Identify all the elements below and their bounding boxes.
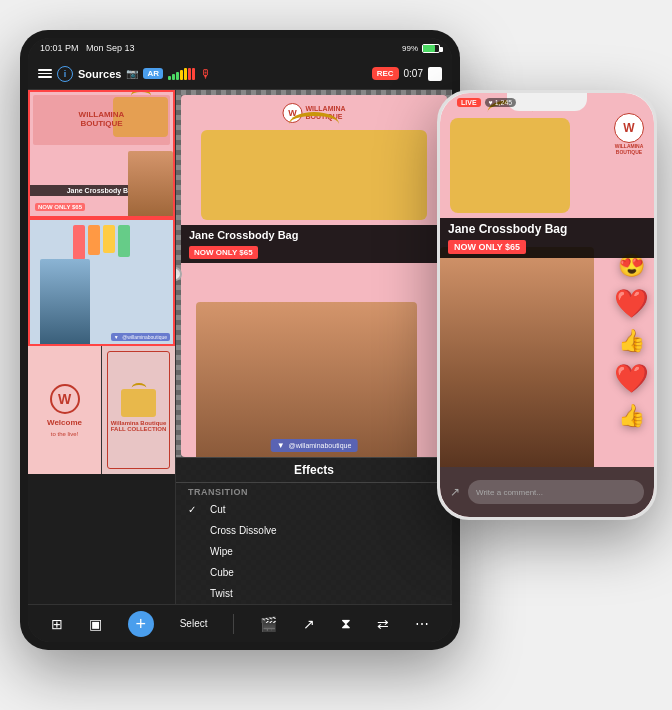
battery-icon (422, 44, 440, 53)
phone-price-badge: NOW ONLY $65 (448, 240, 526, 254)
tablet: 10:01 PM Mon Sep 13 99% i (20, 30, 460, 650)
reactions: 😍 ❤️ 👍 ❤️ 👍 (614, 253, 649, 429)
thumbnail-4[interactable]: Willamina Boutique FALL COLLECTION (102, 346, 175, 474)
thumbnail-sidebar: WILLAMINABOUTIQUE Jane Crossbody Bag NOW… (28, 90, 176, 604)
live-preview: W WILLAMINABOUTIQUE Jane Crossbody Bag N… (181, 95, 447, 457)
preview-product-title: Jane Crossbody Bag (189, 229, 439, 241)
thumbnail-3[interactable]: W Welcome to the live! (28, 346, 102, 474)
effects-item-cut[interactable]: ✓ Cut (176, 499, 452, 520)
phone-comment-placeholder: Write a comment... (476, 488, 543, 497)
timer-icon[interactable]: ⧗ (341, 615, 351, 632)
phone-logo-text: WILLAMINABOUTIQUE (615, 144, 644, 155)
select-label[interactable]: Select (180, 618, 208, 629)
effects-item-twist[interactable]: Twist (176, 583, 452, 604)
phone-status: LIVE ♥ 1,245 (452, 95, 642, 107)
thumb4-text: Willamina Boutique FALL COLLECTION (111, 420, 167, 432)
phone: LIVE ♥ 1,245 W WILLAMINABOUTIQUE Jane Cr… (437, 90, 657, 520)
top-bar-left: i Sources 📷 AR 🎙 (38, 66, 212, 82)
preview-person (196, 302, 417, 457)
effects-item-cross-dissolve[interactable]: Cross Dissolve (176, 520, 452, 541)
stop-button[interactable] (428, 67, 442, 81)
add-button[interactable]: + (128, 611, 154, 637)
thumb2-watermark: ▼ @willaminaboutique (111, 333, 170, 341)
rec-badge: REC (372, 67, 399, 80)
ar-badge: AR (143, 68, 163, 79)
divider (233, 614, 234, 634)
swap-icon[interactable]: ⇄ (377, 616, 389, 632)
preview-title-bar: Jane Crossbody Bag NOW ONLY $65 (181, 225, 447, 263)
phone-inner: LIVE ♥ 1,245 W WILLAMINABOUTIQUE Jane Cr… (440, 93, 654, 517)
layout-icon[interactable]: ▣ (89, 616, 102, 632)
phone-logo: W WILLAMINABOUTIQUE (614, 113, 644, 155)
effects-panel: Effects TRANSITION ✓ Cut Cross Dissolve (176, 457, 452, 604)
main-area: WILLAMINABOUTIQUE Jane Crossbody Bag NOW… (28, 90, 452, 604)
phone-bag (450, 118, 570, 213)
heart-icon-sm: ♥ (489, 99, 493, 106)
signal-bars (168, 68, 195, 80)
more-icon[interactable]: ⋯ (415, 616, 429, 632)
effects-item-cube[interactable]: Cube (176, 562, 452, 583)
grid-icon[interactable]: ⊞ (51, 616, 63, 632)
reaction-2: ❤️ (614, 287, 649, 320)
effects-item-wipe[interactable]: Wipe (176, 541, 452, 562)
scene: 10:01 PM Mon Sep 13 99% i (0, 0, 672, 710)
phone-product-title: Jane Crossbody Bag (448, 222, 646, 236)
thumbnail-split: W Welcome to the live! Willamina Bout (28, 346, 175, 474)
status-right: 99% (402, 44, 440, 53)
center-preview: W WILLAMINABOUTIQUE Jane Crossbody Bag N… (176, 90, 452, 604)
info-button[interactable]: i (57, 66, 73, 82)
battery-pct: 99% (402, 44, 418, 53)
status-time-date: 10:01 PM Mon Sep 13 (40, 43, 135, 53)
video-icon[interactable]: 🎬 (260, 616, 277, 632)
effects-label-wipe: Wipe (210, 546, 233, 557)
preview-watermark: ▼ @willaminaboutique (271, 439, 358, 452)
camera-icon: 📷 (126, 68, 138, 79)
effects-label-cut: Cut (210, 504, 226, 515)
bottom-bar: ⊞ ▣ + Select 🎬 ↗ ⧗ ⇄ ⋯ (28, 604, 452, 642)
effects-label-twist: Twist (210, 588, 233, 599)
mic-icon: 🎙 (200, 67, 212, 81)
timer: 0:07 (404, 68, 423, 79)
reaction-3: 👍 (618, 328, 645, 354)
status-bar: 10:01 PM Mon Sep 13 99% (28, 38, 452, 58)
check-icon: ✓ (188, 504, 202, 515)
preview-bag (201, 130, 427, 220)
hamburger-icon[interactable] (38, 69, 52, 78)
reaction-4: ❤️ (614, 362, 649, 395)
thumb1-person (128, 151, 173, 216)
preview-main: W WILLAMINABOUTIQUE Jane Crossbody Bag N… (176, 90, 452, 457)
phone-live-badge: LIVE (457, 98, 481, 107)
status-time: 10:01 PM (40, 43, 79, 53)
reaction-5: 👍 (618, 403, 645, 429)
top-bar: i Sources 📷 AR 🎙 (28, 58, 452, 90)
phone-person (440, 247, 594, 467)
phone-comment-input[interactable]: Write a comment... (468, 480, 644, 504)
preview-price: NOW ONLY $65 (189, 246, 258, 259)
thumb3-logo: W (50, 384, 80, 414)
thumb1-price: NOW ONLY $65 (35, 203, 85, 211)
effects-label-cube: Cube (210, 567, 234, 578)
thumbnail-2[interactable]: ▼ @willaminaboutique (28, 218, 175, 346)
thumbnail-1[interactable]: WILLAMINABOUTIQUE Jane Crossbody Bag NOW… (28, 90, 175, 218)
status-date: Mon Sep 13 (86, 43, 135, 53)
phone-share-icon[interactable]: ↗ (450, 485, 460, 499)
export-icon[interactable]: ↗ (303, 616, 315, 632)
effects-list: ✓ Cut Cross Dissolve Wipe (176, 499, 452, 604)
phone-viewers: ♥ 1,245 (485, 98, 517, 107)
thumb3-text: Welcome (47, 418, 82, 427)
effects-label-cross-dissolve: Cross Dissolve (210, 525, 277, 536)
phone-bottom-bar: ↗ Write a comment... (440, 467, 654, 517)
thumb3-sub: to the live! (51, 431, 78, 437)
thumb4-bag (121, 389, 156, 417)
effects-title: Effects (176, 458, 452, 483)
phone-title-bar: Jane Crossbody Bag NOW ONLY $65 (440, 218, 654, 258)
effects-section-label: TRANSITION (176, 483, 452, 499)
sources-label: Sources (78, 68, 121, 80)
phone-logo-circle: W (614, 113, 644, 143)
